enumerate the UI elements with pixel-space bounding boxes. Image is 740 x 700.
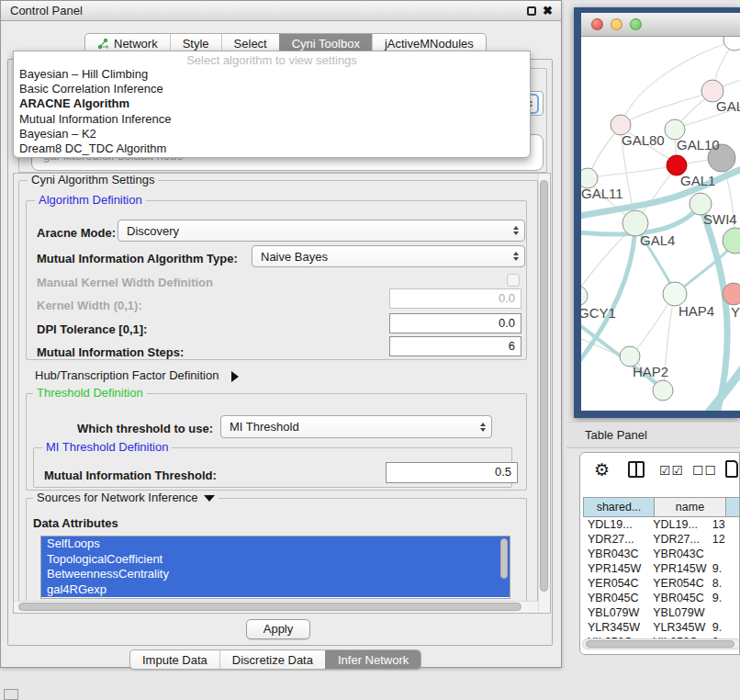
table-cell: YBL079W [583,605,645,620]
kernel-width-field[interactable]: 0.0 [389,288,521,309]
combo-arrows-icon [513,252,519,261]
mi-steps-label: Mutual Information Steps: [37,345,184,359]
tab-select[interactable]: Select [221,34,279,52]
table-cell [709,605,740,620]
network-view-window: GALGAL80GAL10GAL1GAL11SWI4GAL4HAP4YGCY1H… [574,7,740,418]
cyni-settings-title: Cyni Algorithm Settings [28,174,158,186]
table-row[interactable]: YBR045CYBR045C9. [583,591,740,605]
threshold-definition-title: Threshold Definition [33,387,147,400]
table-cell: YBR045C [583,591,645,605]
node-label-gcy1: GCY1 [581,305,616,321]
attribute-item-betweennesscentrality[interactable]: BetweennessCentrality [41,567,510,582]
tab-select-label: Select [234,37,267,51]
node-label-swi4: SWI4 [703,211,737,227]
screen: Control Panel ✖ NetworkStyleSelectCyni T… [0,0,740,700]
attribute-item-selfloops[interactable]: SelfLoops [41,536,510,552]
attribute-item-topologicalcoefficient[interactable]: TopologicalCoefficient [41,552,510,568]
network-node[interactable] [723,228,740,254]
table-cell: YDR27... [583,532,645,547]
manual-kernel-checkbox[interactable] [507,274,520,287]
network-node[interactable] [723,37,740,51]
minimized-panel-chip[interactable] [4,689,18,700]
table-cell [709,547,740,561]
algorithm-definition-title: Algorithm Definition [35,194,146,207]
network-node-y[interactable] [723,283,740,305]
float-window-icon[interactable] [527,6,536,16]
node-label-gal1: GAL1 [680,173,715,188]
bottom-tab-impute-data[interactable]: Impute Data [130,650,219,669]
hub-definition-label: Hub/Transcription Factor Definition [35,368,219,382]
list-vertical-scrollbar[interactable] [500,538,508,579]
apply-button[interactable]: Apply [246,619,310,639]
deselect-all-checks-icon[interactable]: ☐☐ [692,463,717,478]
close-traffic-light-icon[interactable] [591,18,603,30]
which-threshold-value: MI Threshold [230,420,299,434]
table-row[interactable]: YDL19...YDL19...13 [583,517,740,532]
disclosure-down-icon[interactable] [204,495,215,502]
disclosure-right-icon[interactable] [231,371,239,382]
table-cell: 9. [709,561,740,576]
column-layout-icon[interactable] [628,461,645,478]
algorithm-option-aracne-algorithm[interactable]: ARACNE Algorithm [14,96,530,111]
settings-hscrollbar-thumb[interactable] [18,603,521,611]
which-threshold-combo[interactable]: MI Threshold [220,415,492,438]
algorithm-option-basic-correlation-inference[interactable]: Basic Correlation Inference [14,82,530,96]
algorithm-dropdown-prompt: Select algorithm to view settings [14,53,530,67]
data-attributes-label: Data Attributes [33,516,118,530]
table-cell: YBR045C [645,591,709,605]
network-tab-icon [97,38,109,50]
mi-type-combo[interactable]: Naive Bayes [252,245,525,267]
settings-vscrollbar-thumb[interactable] [540,180,548,592]
table-row[interactable]: YBR043CYBR043C [583,547,740,561]
table-panel-titlebar: Table Panel [566,422,740,448]
table-row[interactable]: YBL079WYBL079W [583,605,740,620]
mi-type-value: Naive Bayes [261,250,328,264]
column-header-shared[interactable]: shared... [583,497,655,517]
table-cell: YDL19... [645,517,709,532]
close-window-icon[interactable]: ✖ [543,6,553,16]
network-window-titlebar[interactable] [581,13,740,37]
mi-threshold-label: Mutual Information Threshold: [44,469,217,482]
table-hscrollbar-thumb[interactable] [586,640,734,648]
table-header-row: shared...nameA [583,497,740,517]
attribute-item-gal4rgexp[interactable]: gal4RGexp [41,582,510,598]
column-header-a[interactable]: A [726,497,740,517]
algorithm-option-bayesian-hill-climbing[interactable]: Bayesian – Hill Climbing [14,67,530,82]
tab-cyni-toolbox-label: Cyni Toolbox [292,37,360,51]
select-all-checks-icon[interactable]: ☑☑ [659,463,684,478]
network-node-gcy1[interactable] [581,286,588,306]
hub-definition-disclosure[interactable]: Hub/Transcription Factor Definition [35,368,239,382]
bottom-tab-infer-network-label: Infer Network [338,653,409,667]
table-cell: 12 [709,532,740,547]
zoom-traffic-light-icon[interactable] [630,18,642,30]
mi-steps-field[interactable]: 6 [389,336,521,356]
gear-icon[interactable]: ⚙ [594,461,610,479]
table-panel-body: ⚙ ☑☑ ☐☐ shared...nameA YDL19...YDL19...1… [579,452,740,655]
tab-style[interactable]: Style [170,34,221,52]
manual-kernel-label: Manual Kernel Width Definition [37,276,213,289]
network-canvas[interactable]: GALGAL80GAL10GAL1GAL11SWI4GAL4HAP4YGCY1H… [581,37,740,411]
tab-cyni-toolbox[interactable]: Cyni Toolbox [279,34,372,52]
algorithm-option-mutual-information-inference[interactable]: Mutual Information Inference [14,112,530,127]
dpi-tolerance-field[interactable]: 0.0 [389,313,521,333]
minimize-traffic-light-icon[interactable] [611,18,622,30]
algorithm-option-bayesian-k2[interactable]: Bayesian – K2 [14,127,530,141]
aracne-mode-combo[interactable]: Discovery [118,220,525,242]
table-row[interactable]: YDR27...YDR27...12 [583,532,740,547]
column-header-name[interactable]: name [655,497,726,517]
sources-group-title[interactable]: Sources for Network Inference [33,491,219,504]
network-node[interactable] [653,380,673,401]
tab-network[interactable]: Network [85,34,170,52]
export-table-icon[interactable] [725,460,738,478]
tab-jactivemnodules[interactable]: jActiveMNodules [372,34,486,52]
bottom-tab-discretize-data[interactable]: Discretize Data [219,650,325,669]
table-cell: YDL19... [583,517,645,532]
mi-threshold-field[interactable]: 0.5 [386,462,518,483]
table-row[interactable]: YER054CYER054C8. [583,576,740,591]
node-label-gal4: GAL4 [640,232,675,248]
algorithm-option-dream8-dc-tdc-algorithm[interactable]: Dream8 DC_TDC Algorithm [14,141,530,156]
table-row[interactable]: YLR345WYLR345W9. [583,620,740,635]
table-row[interactable]: YPR145WYPR145W9. [583,561,740,576]
bottom-tab-infer-network[interactable]: Infer Network [325,650,420,669]
table-cell: 9. [709,620,740,635]
